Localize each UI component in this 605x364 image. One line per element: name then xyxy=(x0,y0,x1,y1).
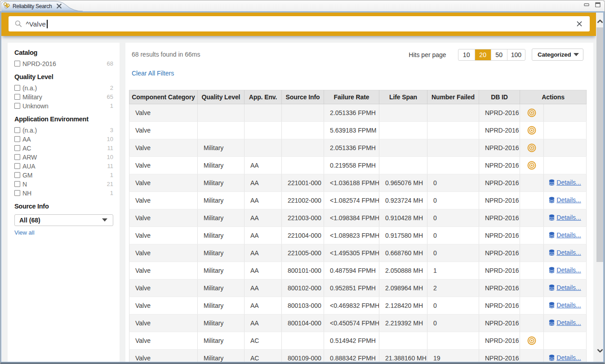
cell-db-id: NPRD-2016 xyxy=(479,244,520,262)
minimize-view-button[interactable] xyxy=(584,2,589,7)
cell-app-env xyxy=(245,104,282,121)
checkbox[interactable] xyxy=(14,127,20,133)
checkbox[interactable] xyxy=(14,181,20,187)
facet-option-label: AC xyxy=(22,145,31,152)
cell-action-details: Details... xyxy=(544,297,587,314)
facet-option-aa[interactable]: AA10 xyxy=(14,135,113,144)
checkbox[interactable] xyxy=(14,172,20,178)
checkbox[interactable] xyxy=(14,103,20,109)
table-row: ValveMilitaryAA221002-000<1.082574 FPMH0… xyxy=(129,191,587,209)
cell-action-details xyxy=(544,121,587,139)
facet-option--n-a-[interactable]: (n.a.)3 xyxy=(14,126,113,135)
cell-quality-level: Military xyxy=(198,332,245,349)
details-link[interactable]: Details... xyxy=(549,319,581,326)
cell-db-id: NPRD-2016 xyxy=(479,226,520,244)
tab-reliability-search[interactable]: Reliability Search xyxy=(1,1,83,11)
search-clear-icon[interactable] xyxy=(576,21,583,27)
facet-option-label: Military xyxy=(22,93,42,101)
checkbox[interactable] xyxy=(14,94,20,100)
cell-number-failed: 0 xyxy=(427,226,479,244)
checkbox[interactable] xyxy=(14,61,20,67)
details-link[interactable]: Details... xyxy=(549,302,581,309)
clear-all-filters-link[interactable]: Clear All Filters xyxy=(132,70,174,77)
facet-option-label: Unknown xyxy=(22,102,49,110)
cell-failure-rate: 0.219558 FPMH xyxy=(324,156,379,174)
cell-life-span xyxy=(379,156,427,174)
checkbox[interactable] xyxy=(14,85,20,91)
scroll-up-button[interactable] xyxy=(596,18,603,25)
facet-option-aua[interactable]: AUA11 xyxy=(14,162,113,171)
cell-failure-rate: <0.450574 FPMH xyxy=(324,314,379,332)
details-link-label: Details... xyxy=(556,249,581,256)
cell-life-span: 2.219392 MH xyxy=(379,314,427,332)
database-icon xyxy=(549,179,555,186)
category-target-icon[interactable] xyxy=(527,161,536,170)
hits-per-page-option-10[interactable]: 10 xyxy=(458,49,475,60)
cell-source-info: 800109-000 xyxy=(282,349,324,362)
tab-close-icon[interactable] xyxy=(56,3,62,9)
hits-per-page-option-100[interactable]: 100 xyxy=(507,49,525,60)
details-link[interactable]: Details... xyxy=(549,266,581,274)
facet-option-nh[interactable]: NH1 xyxy=(14,189,113,198)
checkbox[interactable] xyxy=(14,190,20,196)
details-link[interactable]: Details... xyxy=(549,179,581,186)
facet-option-n[interactable]: N21 xyxy=(14,180,113,189)
source-info-dropdown[interactable]: All (68) xyxy=(14,214,113,226)
cell-source-info: 221003-000 xyxy=(282,209,324,226)
facet-option-gm[interactable]: GM1 xyxy=(14,171,113,180)
facet-section-title: Application Environment xyxy=(14,115,113,123)
facet-option--n-a-[interactable]: (n.a.)2 xyxy=(14,84,113,93)
details-link[interactable]: Details... xyxy=(549,214,581,221)
window-buttons xyxy=(584,2,601,7)
cell-action-details: Details... xyxy=(544,279,587,297)
scroll-down-button[interactable] xyxy=(596,347,603,355)
column-header-number-failed: Number Failed xyxy=(427,90,479,104)
facet-section-source-info: Source InfoAll (68)View all xyxy=(14,203,113,236)
category-target-icon[interactable] xyxy=(527,126,536,135)
facet-option-count: 10 xyxy=(107,154,113,160)
details-link-label: Details... xyxy=(556,231,581,239)
scrollbar-thumb[interactable] xyxy=(596,27,603,262)
cell-quality-level: Military xyxy=(198,209,245,226)
details-link[interactable]: Details... xyxy=(549,249,581,256)
maximize-view-button[interactable] xyxy=(595,2,601,7)
facet-option-military[interactable]: Military65 xyxy=(14,93,113,102)
sort-mode-dropdown[interactable]: Categorized xyxy=(532,49,583,61)
cell-app-env: AA xyxy=(245,209,282,226)
checkbox[interactable] xyxy=(14,163,20,169)
results-panel: 68 results found in 66ms Hits per page 1… xyxy=(125,43,593,362)
cell-component-category: Valve xyxy=(129,191,198,209)
search-input[interactable]: ^Valve xyxy=(9,16,590,31)
cell-life-span xyxy=(379,332,427,349)
category-target-icon[interactable] xyxy=(527,108,536,117)
checkbox[interactable] xyxy=(14,145,20,151)
details-link[interactable]: Details... xyxy=(549,231,581,239)
facet-option-arw[interactable]: ARW10 xyxy=(14,153,113,162)
checkbox[interactable] xyxy=(14,154,20,160)
cell-number-failed: 2 xyxy=(427,279,479,297)
view-tab-bar: Reliability Search xyxy=(0,0,605,11)
cell-number-failed: 0 xyxy=(427,209,479,226)
checkbox[interactable] xyxy=(14,136,20,142)
cell-quality-level xyxy=(198,121,245,139)
facet-option-label: AA xyxy=(22,136,31,143)
hits-per-page-option-20[interactable]: 20 xyxy=(475,49,491,60)
facet-option-unknown[interactable]: Unknown1 xyxy=(14,102,113,111)
facet-option-ac[interactable]: AC11 xyxy=(14,144,113,153)
cell-quality-level: Military xyxy=(198,244,245,262)
details-link[interactable]: Details... xyxy=(549,196,581,204)
cell-action-icon xyxy=(520,209,544,226)
filter-sidebar: CatalogNPRD-201668Quality Level(n.a.)2Mi… xyxy=(8,43,120,362)
hits-per-page-group: 102050100 xyxy=(458,49,525,61)
facet-option-nprd-2016[interactable]: NPRD-201668 xyxy=(14,59,113,68)
view-all-link[interactable]: View all xyxy=(14,229,35,236)
category-target-icon[interactable] xyxy=(527,143,536,152)
vertical-scrollbar[interactable] xyxy=(596,13,603,362)
category-target-icon[interactable] xyxy=(527,336,536,345)
facet-option-label: AUA xyxy=(22,163,36,170)
details-link[interactable]: Details... xyxy=(549,354,581,361)
details-link[interactable]: Details... xyxy=(549,284,581,291)
facet-option-label: (n.a.) xyxy=(22,127,37,134)
cell-app-env: AA xyxy=(245,279,282,297)
hits-per-page-option-50[interactable]: 50 xyxy=(491,49,507,60)
